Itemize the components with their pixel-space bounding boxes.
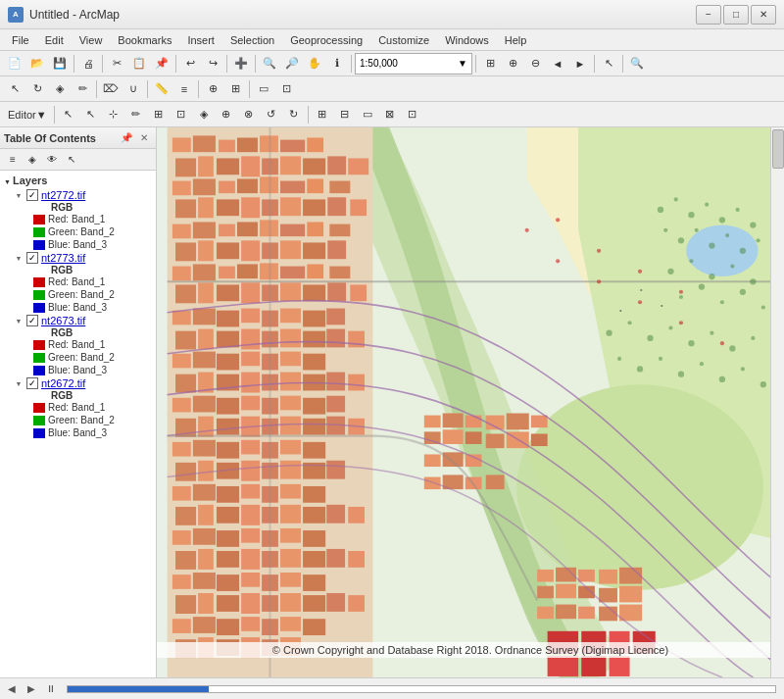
edit-tool-3[interactable]: ⊹	[103, 104, 124, 125]
paste-button[interactable]: 📌	[151, 53, 172, 75]
edit-tool-9[interactable]: ⊗	[238, 104, 260, 125]
vertex-tool[interactable]: ◈	[49, 78, 71, 100]
toc-layer-header-2[interactable]: nt2673.tif	[12, 314, 156, 327]
toc-layer-header-3[interactable]: nt2672.tif	[12, 376, 156, 390]
toc-layer-expand-0[interactable]	[14, 190, 24, 200]
status-back-button[interactable]: ◀	[4, 681, 20, 697]
toc-band-1-2: Blue: Band_3	[31, 301, 156, 314]
fixed-zoom-out-button[interactable]: ⊖	[524, 53, 546, 75]
menu-item-selection[interactable]: Selection	[222, 29, 282, 50]
toc-close-button[interactable]: ✕	[136, 130, 152, 146]
menu-item-edit[interactable]: Edit	[37, 29, 72, 50]
edit-tool-4[interactable]: ✏	[125, 104, 147, 125]
copy-button[interactable]: 📋	[128, 53, 150, 75]
map-scrollbar-right[interactable]	[770, 127, 784, 677]
status-pause-button[interactable]: ⏸	[43, 681, 59, 697]
save-button[interactable]: 💾	[49, 53, 71, 75]
svg-rect-125	[241, 440, 260, 455]
pan-button[interactable]: ✋	[304, 53, 325, 75]
edit-tool-7[interactable]: ◈	[193, 104, 215, 125]
toc-source-btn[interactable]: ◈	[24, 151, 41, 169]
rotate-tool[interactable]: ↻	[26, 78, 48, 100]
toc-layer-checkbox-0[interactable]	[26, 189, 38, 201]
status-forward-button[interactable]: ▶	[24, 681, 39, 697]
maximize-button[interactable]: □	[723, 5, 749, 25]
toc-layer-expand-1[interactable]	[14, 253, 24, 263]
data-view[interactable]: ⊡	[275, 78, 297, 100]
toc-list-btn[interactable]: ≡	[4, 151, 22, 169]
edit-tool-12[interactable]: ⊞	[312, 104, 333, 125]
full-extent-button[interactable]: ⊞	[479, 53, 501, 75]
toc-layer-expand-3[interactable]	[14, 378, 24, 388]
edit-tool-2[interactable]: ↖	[80, 104, 102, 125]
svg-point-278	[760, 381, 766, 387]
attribute-tool[interactable]: ≡	[173, 78, 195, 100]
edit-tool-15[interactable]: ⊠	[379, 104, 401, 125]
layers-expand[interactable]	[4, 175, 11, 186]
zoom-in-button[interactable]: 🔍	[259, 53, 280, 75]
edit-tool-14[interactable]: ▭	[357, 104, 378, 125]
find-button[interactable]: 🔍	[626, 53, 648, 75]
layout-view[interactable]: ▭	[253, 78, 274, 100]
map-area[interactable]: • • • © Crown Copyright and Database Rig…	[157, 127, 784, 677]
svg-rect-132	[241, 461, 260, 481]
magnifier-tool[interactable]: ⊕	[202, 78, 223, 100]
toc-layer-checkbox-1[interactable]	[26, 252, 38, 264]
svg-rect-209	[531, 433, 548, 446]
split-tool[interactable]: ⌦	[100, 78, 122, 100]
svg-rect-166	[303, 551, 325, 568]
close-button[interactable]: ✕	[751, 5, 776, 25]
menu-item-insert[interactable]: Insert	[179, 29, 222, 50]
svg-rect-83	[241, 329, 260, 350]
redo-button[interactable]: ↪	[202, 53, 223, 75]
menu-item-customize[interactable]: Customize	[370, 29, 437, 50]
minimize-button[interactable]: −	[696, 5, 721, 25]
edit-tool-8[interactable]: ⊕	[216, 104, 237, 125]
zoom-out-button[interactable]: 🔎	[281, 53, 303, 75]
svg-rect-158	[280, 528, 301, 543]
toc-visibility-btn[interactable]: 👁	[43, 151, 61, 169]
svg-rect-14	[198, 156, 214, 176]
edit-tool-1[interactable]: ↖	[58, 104, 79, 125]
menu-item-geoprocessing[interactable]: Geoprocessing	[282, 29, 370, 50]
toc-layer-header-0[interactable]: nt2772.tif	[12, 188, 156, 202]
forward-extent-button[interactable]: ►	[569, 53, 591, 75]
menu-item-bookmarks[interactable]: Bookmarks	[110, 29, 179, 50]
add-data-button[interactable]: ➕	[230, 53, 252, 75]
fixed-zoom-in-button[interactable]: ⊕	[502, 53, 523, 75]
back-extent-button[interactable]: ◄	[547, 53, 568, 75]
overview-tool[interactable]: ⊞	[224, 78, 246, 100]
open-button[interactable]: 📂	[26, 53, 48, 75]
toc-layer-header-1[interactable]: nt2773.tif	[12, 251, 156, 265]
pointer-tool[interactable]: ↖	[4, 78, 25, 100]
edit-tool-5[interactable]: ⊞	[148, 104, 170, 125]
svg-point-257	[750, 278, 756, 284]
edit-tool-11[interactable]: ↻	[283, 104, 305, 125]
svg-point-269	[729, 345, 735, 351]
measure-tool[interactable]: 📏	[151, 78, 172, 100]
sketch-tool[interactable]: ✏	[72, 78, 93, 100]
select-button[interactable]: ↖	[598, 53, 619, 75]
edit-tool-16[interactable]: ⊡	[402, 104, 423, 125]
toc-layer-checkbox-3[interactable]	[26, 377, 38, 389]
union-tool[interactable]: ∪	[122, 78, 144, 100]
svg-point-276	[719, 376, 725, 382]
undo-button[interactable]: ↩	[179, 53, 201, 75]
edit-tool-6[interactable]: ⊡	[171, 104, 192, 125]
menu-item-windows[interactable]: Windows	[437, 29, 497, 50]
edit-tool-10[interactable]: ↺	[261, 104, 282, 125]
new-button[interactable]: 📄	[4, 53, 25, 75]
scale-dropdown[interactable]: 1:50,000 ▼	[355, 53, 472, 75]
toc-select-btn[interactable]: ↖	[63, 151, 80, 169]
cut-button[interactable]: ✂	[106, 53, 127, 75]
identify-button[interactable]: ℹ	[326, 53, 348, 75]
svg-rect-40	[193, 222, 216, 238]
toc-layer-expand-2[interactable]	[14, 316, 24, 325]
menu-item-view[interactable]: View	[72, 29, 111, 50]
menu-item-help[interactable]: Help	[497, 29, 535, 50]
print-button[interactable]: 🖨	[77, 53, 99, 75]
menu-item-file[interactable]: File	[4, 29, 37, 50]
toc-dock-button[interactable]: 📌	[119, 130, 134, 146]
edit-tool-13[interactable]: ⊟	[334, 104, 356, 125]
toc-layer-checkbox-2[interactable]	[26, 315, 38, 326]
